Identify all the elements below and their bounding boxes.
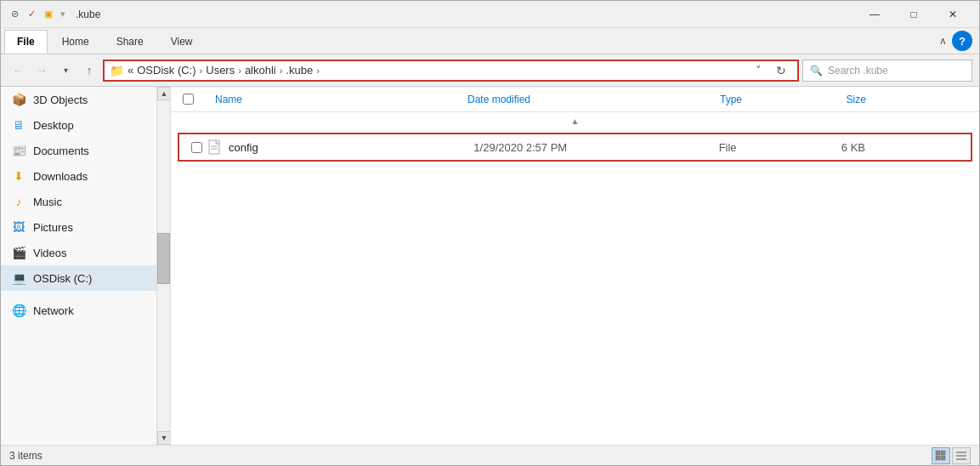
svg-rect-3 [936,451,940,455]
address-bar[interactable]: 📁 « OSDisk (C:) › Users › alkohli › .kub… [103,60,799,82]
documents-icon: 📰 [11,143,26,158]
sidebar-label-videos: Videos [33,247,146,259]
sidebar-label-downloads: Downloads [33,170,146,183]
desktop-icon: 🖥 [11,117,26,133]
title-bar-icons: ⊘ ✓ ▣ ▾ [8,8,67,21]
header-size[interactable]: Size [847,94,973,105]
network-icon: 🌐 [11,303,26,318]
scroll-up-arrow[interactable]: ▲ [157,87,171,100]
file-list: ▲ config 1/29/2020 2:57 PM File [171,112,979,445]
file-type: File [719,141,841,154]
file-name: config [224,141,473,154]
address-folder-icon: 📁 [110,64,124,77]
osdisk-icon: 💻 [11,270,26,286]
chevron-2-icon: › [238,65,241,76]
sidebar-item-network[interactable]: 🌐 Network [1,298,156,323]
svg-rect-5 [936,456,940,460]
sidebar-label-music: Music [33,196,146,208]
sidebar-item-desktop[interactable]: 🖥 Desktop [1,112,156,138]
pictures-icon: 🖼 [11,219,26,235]
sidebar-item-osdisk[interactable]: 💻 OSDisk (C:) [1,265,156,291]
maximize-button[interactable]: □ [894,1,933,28]
row-checkbox[interactable] [186,142,207,153]
ribbon-tabs: File Home Share View [1,28,211,54]
sidebar-scrollbar: ▲ ▼ [156,87,170,445]
table-row[interactable]: config 1/29/2020 2:57 PM File 6 KB [178,133,972,162]
address-osdisk[interactable]: OSDisk (C:) [137,64,195,77]
item-count: 3 items [9,450,42,462]
sidebar-label-3d-objects: 3D Objects [33,94,146,106]
window-title: .kube [76,9,100,20]
folder-icon[interactable]: ▣ [42,8,55,21]
tab-view[interactable]: View [158,30,206,54]
title-bar-left: ⊘ ✓ ▣ ▾ .kube [8,8,100,21]
scroll-down-arrow[interactable]: ▼ [157,431,171,445]
ribbon: File Home Share View ∧ ? [1,28,979,54]
minimize-button[interactable]: — [855,1,894,28]
address-path: « OSDisk (C:) › Users › alkohli › .kube … [127,64,746,77]
up-button[interactable]: ↑ [79,60,99,81]
status-bar: 3 items [1,445,979,465]
header-checkbox[interactable] [178,94,198,105]
ribbon-extra: ∧ ? [939,31,979,51]
expand-ribbon-button[interactable]: ∧ [939,35,947,47]
header-name[interactable]: Name [198,94,467,105]
music-icon: ♪ [11,194,26,209]
search-bar[interactable]: 🔍 Search .kube [802,60,972,82]
sidebar-item-downloads[interactable]: ⬇ Downloads [1,163,156,189]
select-all-checkbox[interactable] [183,94,194,105]
sidebar-item-music[interactable]: ♪ Music [1,189,156,214]
header-type[interactable]: Type [720,94,847,105]
sidebar-item-pictures[interactable]: 🖼 Pictures [1,214,156,240]
downloads-icon: ⬇ [11,168,26,184]
address-alkohli[interactable]: alkohli [245,64,276,77]
help-button[interactable]: ? [952,31,972,51]
list-view-button[interactable] [932,447,950,464]
undo-icon[interactable]: ⊘ [8,8,21,21]
detail-view-button[interactable] [952,447,971,464]
scroll-track [157,100,170,431]
sidebar-label-desktop: Desktop [33,119,146,132]
forward-button[interactable]: → [31,60,52,81]
chevron-4-icon: › [316,65,320,76]
close-button[interactable]: ✕ [933,1,972,28]
tab-share[interactable]: Share [104,30,156,54]
address-dropdown-button[interactable]: ˅ [750,61,767,80]
address-path-segment-1: « [127,64,133,77]
scroll-thumb[interactable] [157,233,170,284]
sidebar-label-documents: Documents [33,145,146,157]
search-icon: 🔍 [810,65,823,77]
sidebar-item-3d-objects[interactable]: 📦 3D Objects [1,87,156,112]
file-list-header: Name Date modified Type Size [171,87,979,112]
svg-rect-6 [941,456,945,460]
address-users[interactable]: Users [206,64,235,77]
svg-rect-4 [941,451,945,455]
file-icon [207,139,224,156]
sidebar-item-documents[interactable]: 📰 Documents [1,138,156,163]
back-button[interactable]: ← [8,60,28,81]
sidebar-label-network: Network [33,304,146,317]
sidebar-label-osdisk: OSDisk (C:) [33,272,146,285]
dropdown-history-button[interactable]: ▾ [55,60,76,81]
sidebar-item-videos[interactable]: 🎬 Videos [1,240,156,265]
tab-file[interactable]: File [4,30,48,54]
3d-objects-icon: 📦 [11,92,26,107]
header-date-modified[interactable]: Date modified [467,94,720,105]
refresh-button[interactable]: ↻ [770,61,792,80]
sidebar: 📦 3D Objects 🖥 Desktop 📰 Documents ⬇ Dow… [1,87,171,445]
videos-icon: 🎬 [11,245,26,260]
sidebar-label-pictures: Pictures [33,221,146,234]
sidebar-inner: 📦 3D Objects 🖥 Desktop 📰 Documents ⬇ Dow… [1,87,156,445]
chevron-1-icon: › [200,65,203,76]
title-bar: ⊘ ✓ ▣ ▾ .kube — □ ✕ [1,1,979,28]
check-icon[interactable]: ✓ [25,8,38,21]
address-bar-row: ← → ▾ ↑ 📁 « OSDisk (C:) › Users › alkohl… [1,54,979,87]
main-area: 📦 3D Objects 🖥 Desktop 📰 Documents ⬇ Dow… [1,87,979,445]
title-dropdown-arrow[interactable]: ▾ [60,9,65,20]
file-checkbox[interactable] [191,142,202,153]
tab-home[interactable]: Home [49,30,102,54]
scroll-up-indicator[interactable]: ▲ [171,112,979,129]
search-placeholder: Search .kube [828,65,888,77]
title-bar-controls: — □ ✕ [855,1,972,28]
address-kube[interactable]: .kube [286,64,313,77]
